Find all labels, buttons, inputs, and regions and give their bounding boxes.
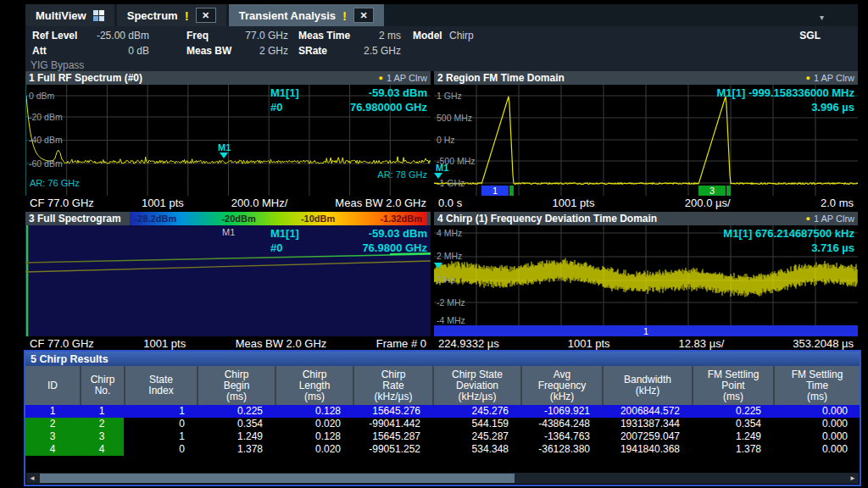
tab-spectrum[interactable]: Spectrum ! ✕ [117,4,226,26]
panel2-trace-label: 1 AP Clrw [814,73,854,83]
y-axis-label: -40 dBm [29,135,63,145]
table-row[interactable]: 4 4 0 1.378 0.020 -99051.252 534.348 -36… [25,443,860,456]
panel-chirp-freq-deviation[interactable]: 4 Chirp (1) Frequency Deviation Time Dom… [434,212,858,350]
m1-marker-icon[interactable] [434,263,442,269]
table-row[interactable]: 3 3 1 1.249 0.128 15645.287 245.287 -136… [25,430,860,443]
meas-time-value[interactable]: 2 ms [356,30,401,42]
panel-region-fm-time-domain[interactable]: 2 Region FM Time Domain ● 1 AP Clrw 1 GH… [434,71,858,209]
col-header-chirp-no: Chirp No. [80,366,124,405]
panel4-trace-label: 1 AP Clrw [814,214,854,224]
results-header-row: ID Chirp No. State Index Chirp Begin (ms… [25,366,860,405]
scale-label: -10dBm [301,214,335,224]
footer-frame: Frame # 0 [376,337,426,350]
freq-value[interactable]: 77.0 GHz [229,30,288,42]
close-tab-spectrum-button[interactable]: ✕ [196,8,216,23]
warning-icon: ! [185,8,189,23]
scrollbar-thumb[interactable] [40,474,515,483]
cell-settling-point: 1.378 [692,443,773,456]
y-axis-label: -20 dBm [29,112,63,122]
y-axis-label: -1 GHz [437,178,465,188]
panel-full-spectrogram[interactable]: 3 Full Spectrogram -28.2dBm -20dBm -10dB… [25,212,431,350]
srate-value[interactable]: 2.5 GHz [356,45,401,57]
scroll-left-icon[interactable]: ◄ [26,473,38,484]
col-header-chirp-state-deviation: Chirp State Deviation (kHz/µs) [432,366,520,405]
chirp-region-4[interactable] [726,186,731,196]
footer-start: 0.0 s [438,197,462,209]
table-row[interactable]: 2 2 0 0.354 0.020 -99041.442 544.159 -43… [25,418,860,430]
panel4-title: 4 Chirp (1) Frequency Deviation Time Dom… [437,213,657,225]
col-header-chirp-rate: Chirp Rate (kHz/µs) [353,366,432,405]
cell-id: 4 [25,443,80,456]
cell-deviation: 544.159 [432,418,520,430]
sgl-mode-badge: SGL [799,30,821,42]
panel1-title: 1 Full RF Spectrum (#0) [29,72,142,84]
cell-chirp-rate: -99041.442 [353,418,432,430]
tab-transient-analysis[interactable]: Transient Analysis ! ✕ [229,4,384,26]
panel4-plot[interactable]: 4 MHz 2 MHz 0 Hz -2 MHz -4 MHz M1[1] 676… [434,225,858,325]
m1-marker-label: M1 [222,227,235,237]
tab-multiview[interactable]: MultiView [25,4,114,26]
marker-time: 3.996 µs [811,101,854,114]
y-axis-label: 1 GHz [437,91,462,101]
marker-level: -59.03 dBm [369,86,427,99]
cell-id: 3 [25,430,80,443]
meas-bw-label: Meas BW [186,45,231,57]
cell-bandwidth: 2006844.572 [602,405,692,418]
analysis-region-left: AR: 76 GHz [30,178,80,188]
cell-bandwidth: 1941840.368 [602,443,692,456]
m1-marker-icon[interactable] [434,173,442,179]
col-header-avg-frequency: Avg Frequency (kHz) [520,366,602,405]
tab-multiview-label: MultiView [36,9,86,22]
panel1-trace-label: 1 AP Clrw [387,73,427,83]
cell-settling-time: 0.000 [773,418,860,430]
meas-bw-value[interactable]: 2 GHz [229,45,288,57]
table-row[interactable]: 1 1 1 0.225 0.128 15645.276 245.276 -106… [25,405,860,418]
panel4-footer: 224.9332 µs 1001 pts 12.83 µs/ 353.2048 … [434,336,858,350]
m1-marker-icon[interactable] [220,152,228,158]
cell-avg-frequency: -1069.921 [520,405,602,418]
m1-marker-label: M1 [218,142,231,152]
cell-deviation: 245.276 [432,405,520,418]
panel1-plot[interactable]: 0 dBm -20 dBm -40 dBm -60 dBm M1[1]-59.0… [25,85,431,196]
cell-state-index: 0 [124,418,197,430]
tab-spectrum-label: Spectrum [127,9,178,22]
att-value[interactable]: 0 dB [75,45,149,57]
panel4-trace-info: ● 1 AP Clrw [805,214,854,224]
spectrogram-color-scale: -28.2dBm -20dBm -10dBm -1.32dBm [130,212,427,225]
chirp-region-3[interactable]: 3 [698,186,726,196]
close-tab-transient-button[interactable]: ✕ [353,8,374,23]
multiview-grid-icon [93,10,104,21]
col-header-bandwidth: Bandwidth (kHz) [602,366,692,405]
panel1-trace-info: ● 1 AP Clrw [378,73,427,83]
scroll-right-icon[interactable]: ► [847,473,859,484]
cell-chirp-rate: 15645.276 [353,405,432,418]
col-header-chirp-length: Chirp Length (ms) [275,366,353,405]
footer-time-per-div: 200.0 µs/ [685,197,731,209]
cell-avg-frequency: -43864.248 [520,418,602,430]
footer-time-per-div: 12.83 µs/ [679,337,725,350]
panel-full-rf-spectrum[interactable]: 1 Full RF Spectrum (#0) ● 1 AP Clrw 0 dB… [25,71,431,209]
cell-chirp-begin: 1.378 [197,443,275,456]
tab-transient-label: Transient Analysis [239,9,336,22]
cell-chirp-rate: -99051.252 [353,443,432,456]
cell-id: 2 [25,418,80,430]
model-value[interactable]: Chirp [449,30,474,42]
footer-cf: CF 77.0 GHz [30,197,94,209]
y-axis-label: 4 MHz [437,228,462,238]
cell-chirp-length: 0.128 [275,405,353,418]
panel2-plot[interactable]: 1 GHz 500 MHz 0 Hz -500 MHz -1 GHz M1[1]… [434,85,858,196]
panel3-footer: CF 77.0 GHz 1001 pts Meas BW 2.0 GHz Fra… [25,336,431,350]
att-label: Att [32,45,47,57]
ref-level-value[interactable]: -25.00 dBm [75,30,149,42]
marker-name: M1[1] [270,86,299,99]
tab-menu-caret-icon[interactable]: ▾ [820,13,824,22]
panel-chirp-results[interactable]: 5 Chirp Results ID Chirp No. State Index… [24,350,861,486]
footer-points: 1001 pts [568,337,610,350]
chirp-region-2[interactable] [509,186,514,196]
cell-settling-point: 1.249 [692,430,773,443]
results-title: 5 Chirp Results [25,352,860,366]
panel3-plot[interactable]: M1 M1[1]-59.03 dBm #076.9800 GHz [25,225,431,336]
chirp-region-1[interactable]: 1 [481,186,509,196]
cell-chirp-no: 4 [80,443,124,456]
horizontal-scrollbar[interactable]: ◄ ► [26,473,859,484]
